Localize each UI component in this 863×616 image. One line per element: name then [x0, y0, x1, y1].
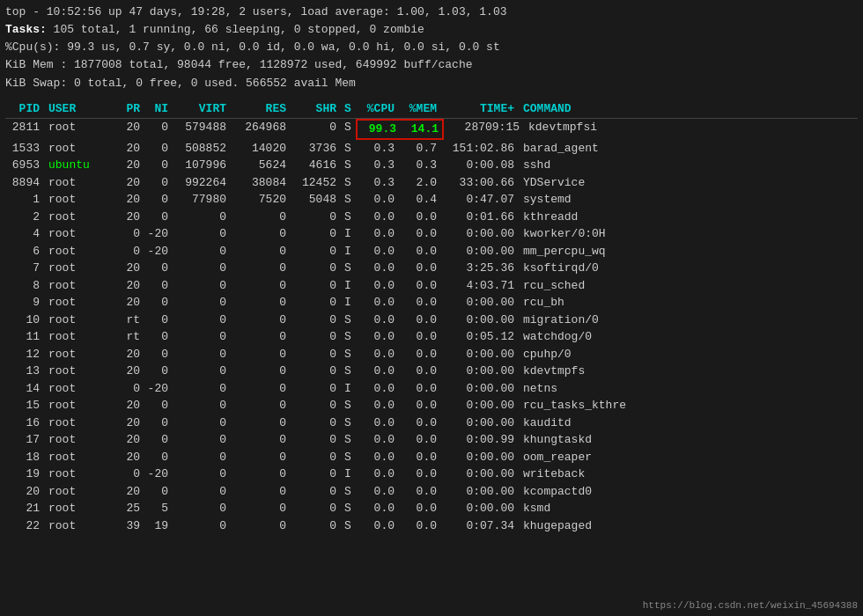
cell-cpu: 0.0 [356, 397, 398, 414]
cell-res: 0 [232, 294, 291, 312]
cell-time: 0:00.00 [440, 466, 520, 483]
stats-line5: KiB Swap: 0 total, 0 free, 0 used. 56655… [5, 75, 858, 92]
cell-cpu: 0.0 [356, 431, 398, 449]
table-row: 12 root 20 0 0 0 0 S 0.00.0 0:00.00 cpuh… [5, 346, 858, 363]
cell-cmd: kcompactd0 [520, 483, 858, 501]
cell-pid: 12 [5, 346, 45, 363]
cell-user: root [45, 174, 115, 192]
cell-res: 7520 [232, 191, 291, 209]
cell-pid: 6953 [5, 157, 45, 174]
cell-user: root [45, 209, 115, 226]
table-row: 2 root 20 0 0 0 0 S 0.00.0 0:01.66 kthre… [5, 209, 858, 226]
cell-user: root [45, 260, 115, 277]
cell-virt: 0 [172, 483, 232, 501]
cell-cpu: 0.0 [356, 414, 398, 432]
cell-s: S [340, 157, 356, 174]
cell-virt: 107996 [172, 157, 232, 174]
stats-line1: top - 10:52:56 up 47 days, 19:28, 2 user… [5, 4, 858, 21]
cell-pr: rt [115, 312, 144, 329]
cell-shr: 0 [291, 328, 340, 346]
cell-pid: 9 [5, 294, 45, 312]
table-row: 22 root 39 19 0 0 0 S 0.00.0 0:07.34 khu… [5, 517, 858, 535]
cell-cmd: oom_reaper [520, 449, 858, 466]
cell-cpu: 0.0 [356, 225, 398, 243]
cell-s: I [340, 380, 356, 398]
cell-ni: 19 [144, 517, 172, 535]
cell-time: 0:00.00 [440, 414, 520, 432]
cell-ni: 0 [144, 277, 172, 295]
cell-s: I [340, 243, 356, 260]
table-row: 21 root 25 5 0 0 0 S 0.00.0 0:00.00 ksmd [5, 500, 858, 517]
cell-mem: 0.0 [398, 483, 440, 501]
cell-pid: 18 [5, 449, 45, 466]
cell-virt: 0 [172, 466, 232, 483]
cell-ni: 0 [144, 140, 172, 158]
cell-virt: 77980 [172, 191, 232, 209]
cell-res: 0 [232, 431, 291, 449]
cell-virt: 0 [172, 260, 232, 277]
table-row: 20 root 20 0 0 0 0 S 0.00.0 0:00.00 kcom… [5, 483, 858, 501]
cell-user: root [45, 312, 115, 329]
cell-cpu: 0.0 [356, 517, 398, 535]
cell-cmd: watchdog/0 [520, 328, 858, 346]
cell-ni: -20 [144, 225, 172, 243]
cell-shr: 0 [291, 500, 340, 517]
cell-pr: 25 [115, 500, 144, 517]
cell-pr: 20 [115, 483, 144, 501]
cell-shr: 0 [291, 346, 340, 363]
cell-pr: 20 [115, 140, 144, 158]
cell-shr: 0 [291, 414, 340, 432]
cell-ni: 0 [144, 328, 172, 346]
cell-cmd: barad_agent [520, 140, 858, 158]
cell-cpu: 0.0 [356, 483, 398, 501]
cell-cpu: 99.3 [358, 121, 400, 138]
cell-user: root [45, 346, 115, 363]
cell-cmd: migration/0 [520, 312, 858, 329]
table-row: 11 root rt 0 0 0 0 S 0.00.0 0:05.12 watc… [5, 328, 858, 346]
cell-time: 0:00.00 [440, 294, 520, 312]
table-row: 8894 root 20 0 992264 38084 12452 S 0.32… [5, 174, 858, 192]
cell-shr: 0 [291, 209, 340, 226]
cell-time: 0:07.34 [440, 517, 520, 535]
cell-mem: 0.0 [398, 466, 440, 483]
cell-pr: rt [115, 328, 144, 346]
cell-ni: 0 [144, 397, 172, 414]
cell-shr: 0 [291, 294, 340, 312]
cell-pr: 20 [115, 449, 144, 466]
cell-s: S [340, 174, 356, 192]
cell-pid: 13 [5, 363, 45, 380]
cell-pr: 20 [115, 191, 144, 209]
cell-mem: 0.0 [398, 380, 440, 398]
cell-pid: 6 [5, 243, 45, 260]
header-cmd: COMMAND [520, 100, 858, 118]
cell-cpu: 0.0 [356, 312, 398, 329]
cell-mem: 0.0 [398, 449, 440, 466]
cell-s: S [340, 517, 356, 535]
cell-user: root [45, 243, 115, 260]
cell-cmd: kworker/0:0H [520, 225, 858, 243]
cell-user: root [45, 414, 115, 432]
cell-s: S [340, 483, 356, 501]
cell-shr: 0 [291, 449, 340, 466]
cell-mem: 0.0 [398, 209, 440, 226]
cell-res: 0 [232, 277, 291, 295]
cell-cpu: 0.0 [356, 209, 398, 226]
cell-pr: 20 [115, 363, 144, 380]
cell-s: I [340, 294, 356, 312]
cell-virt: 0 [172, 294, 232, 312]
cell-cpu: 0.0 [356, 328, 398, 346]
cell-s: S [340, 328, 356, 346]
cell-cmd: kauditd [520, 414, 858, 432]
cell-virt: 508852 [172, 140, 232, 158]
table-row: 15 root 20 0 0 0 0 S 0.00.0 0:00.00 rcu_… [5, 397, 858, 414]
cell-time: 0:00.00 [440, 500, 520, 517]
cell-pid: 19 [5, 466, 45, 483]
cell-cmd: kdevtmpfsi [525, 119, 858, 140]
cell-user: root [45, 225, 115, 243]
cell-ni: 0 [144, 414, 172, 432]
cell-virt: 0 [172, 380, 232, 398]
cell-ni: 0 [144, 209, 172, 226]
cell-ni: 0 [144, 449, 172, 466]
cell-cmd: mm_percpu_wq [520, 243, 858, 260]
cell-time: 0:00.00 [440, 483, 520, 501]
